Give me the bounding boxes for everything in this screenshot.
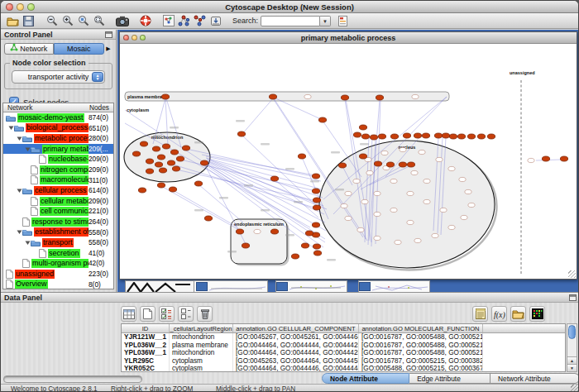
network-node-unselected	[419, 150, 425, 154]
import-attributes-icon[interactable]	[510, 306, 526, 322]
tree-row-node-count: 8(0)	[89, 280, 113, 290]
zoom-in-icon[interactable]	[60, 14, 74, 28]
create-attribute-icon[interactable]	[140, 306, 156, 322]
scroll-down-icon[interactable]: ▼	[567, 364, 577, 371]
tree-row-nucleobase-[interactable]: nucleobase-209(0)	[3, 154, 113, 165]
tab-network[interactable]: Network	[4, 43, 55, 55]
node-color-dropdown[interactable]: transporter activity ▲▼	[12, 70, 105, 84]
minimize-view-button[interactable]	[132, 35, 137, 41]
close-window-button[interactable]	[6, 3, 13, 11]
zoom-selected-icon[interactable]	[76, 14, 90, 28]
search-dropdown-arrow-icon[interactable]: ▼	[320, 16, 331, 26]
tree-expander-icon[interactable]	[16, 188, 22, 194]
float-panel-icon[interactable]	[569, 294, 577, 301]
scrollbar-thumb[interactable]	[568, 325, 576, 339]
delete-attribute-icon[interactable]	[197, 306, 213, 322]
tab-node-attribute-browser[interactable]: Node Attribute Browser	[322, 373, 409, 384]
network-node-highlighted	[312, 174, 319, 179]
network-node-unselected	[461, 215, 467, 219]
zoom-window-button[interactable]	[27, 3, 35, 11]
network-node-highlighted	[338, 163, 346, 168]
select-neighbors-icon[interactable]	[177, 14, 191, 28]
unselect-attributes-icon[interactable]	[178, 306, 194, 322]
help-ring-icon[interactable]	[138, 14, 152, 28]
network-window-titlebar[interactable]: primary metabolic process	[120, 32, 577, 44]
tree-expander-icon[interactable]	[7, 125, 14, 131]
tree-expander-icon[interactable]	[16, 229, 22, 235]
network-node-unselected	[528, 158, 534, 162]
tree-row-overview[interactable]: Overview8(0)	[3, 280, 113, 290]
zoom-out-icon[interactable]	[45, 14, 59, 28]
tree-row-secretion[interactable]: secretion41(0)	[3, 248, 113, 259]
column-header-id[interactable]: ID	[122, 324, 170, 332]
matrix-icon[interactable]	[529, 306, 545, 322]
column-header-molecular-function[interactable]: annotation.GO MOLECULAR_FUNCTION	[359, 324, 483, 332]
tree-row-cellular-metabol[interactable]: cellular metabol209(0)	[3, 196, 113, 207]
open-network-icon[interactable]	[6, 14, 20, 28]
network-node-unselected	[390, 208, 397, 212]
function-builder-icon[interactable]: f(x)	[491, 306, 507, 322]
tree-row-metabolic-process[interactable]: metabolic process280(0)	[3, 133, 113, 144]
tree-row-cellular-process[interactable]: cellular process614(0)	[3, 185, 113, 196]
tree-row-macromolecule[interactable]: macromolecule311(0)	[3, 175, 113, 186]
tree-column-nodes[interactable]: Nodes	[89, 103, 109, 112]
column-header-region[interactable]: _cellularLayoutRegion	[170, 324, 233, 332]
snapshot-icon[interactable]	[115, 14, 129, 28]
network-edge	[275, 179, 318, 218]
annotation-pad-icon[interactable]	[472, 306, 488, 322]
table-row-ykr052c[interactable]: YKR052Ccytoplasm[GO:0044464, GO:0044446,…	[122, 365, 565, 372]
tree-row-nitrogen-compo[interactable]: nitrogen compo209(0)	[3, 165, 113, 175]
tree-expander-icon[interactable]	[24, 146, 31, 152]
tree-row-node-count: 874(0)	[89, 112, 113, 123]
zoom-view-button[interactable]	[140, 35, 146, 41]
search-config-icon[interactable]	[336, 14, 350, 28]
tree-row-multi-organism-pro[interactable]: multi-organism pro42(0)	[3, 258, 113, 269]
tree-column-network[interactable]: Network	[3, 103, 32, 112]
save-session-icon[interactable]	[22, 14, 36, 28]
view-resize-grip[interactable]	[568, 270, 576, 278]
table-row-ypl036w__2[interactable]: YPL036W__2plasma membrane[GO:0044464, GO…	[122, 342, 565, 350]
scroll-up-icon[interactable]: ▲	[567, 356, 577, 364]
new-network-icon[interactable]	[161, 14, 175, 28]
tree-row-biological-process[interactable]: biological_process651(0)	[3, 123, 113, 134]
tree-expander-icon[interactable]	[24, 240, 31, 246]
node-label-blur	[194, 209, 203, 211]
close-view-button[interactable]	[123, 35, 129, 41]
background-window-strip[interactable]	[358, 280, 430, 292]
background-window-strip[interactable]	[275, 280, 347, 292]
tree-row-unassigned[interactable]: unassigned223(0)	[3, 269, 113, 280]
tab-edge-attribute-browser[interactable]: Edge Attribute Browser	[409, 373, 490, 384]
float-panel-icon[interactable]	[105, 31, 112, 38]
zoom-fit-icon[interactable]	[92, 14, 106, 28]
tree-expander-icon[interactable]	[16, 136, 22, 141]
column-header-cellular-component[interactable]: annotation.GO CELLULAR_COMPONENT	[233, 324, 359, 332]
tab-network-attribute-browser[interactable]: Network Attribute Browser	[490, 373, 579, 384]
attribute-table-icon[interactable]	[121, 306, 136, 322]
network-node-highlighted	[477, 134, 485, 139]
network-node-highlighted	[157, 155, 165, 160]
table-row-yjr121w__1[interactable]: YJR121W__1mitochondrion[GO:0045267, GO:0…	[122, 333, 565, 342]
tree-row-cell-communicat[interactable]: cell communicat221(0)	[3, 206, 113, 217]
tree-row-response-to-stimulu[interactable]: response to stimulu264(0)	[3, 217, 113, 227]
table-row-ylr295c[interactable]: YLR295Ccytoplasm[GO:0045263, GO:0044464,…	[122, 357, 565, 366]
tree-row-mosaic-demo-yeast[interactable]: mosaic-demo-yeast874(0)	[3, 112, 113, 123]
file-icon	[39, 249, 46, 258]
window-resize-grip[interactable]	[571, 385, 579, 392]
tab-mosaic[interactable]: Mosaic	[54, 43, 104, 55]
background-network-fragment[interactable]	[125, 280, 194, 292]
select-from-network-icon[interactable]	[193, 14, 207, 28]
tree-row-transport[interactable]: transport558(0)	[3, 237, 113, 248]
network-node-unselected	[423, 179, 430, 183]
minimize-window-button[interactable]	[17, 3, 24, 11]
tree-row-primary-metabo[interactable]: primary metabo209(...	[3, 144, 113, 155]
table-scrollbar[interactable]: ▲ ▼	[567, 323, 577, 372]
network-canvas[interactable]: plasma membranecytoplasmmitochondrionnuc…	[120, 44, 577, 279]
import-annotation-icon[interactable]	[208, 14, 223, 28]
background-window-strip[interactable]	[194, 280, 268, 292]
tree-row-establishment-of-lo[interactable]: establishment of lo558(0)	[3, 227, 113, 238]
table-row-ypl036w__1[interactable]: YPL036W__1mitochondrion[GO:0044464, GO:0…	[122, 349, 565, 357]
tab-overflow-arrow-icon[interactable]: ▶	[104, 45, 113, 52]
select-attributes-icon[interactable]	[159, 306, 175, 322]
search-input[interactable]	[261, 16, 320, 26]
network-node-highlighted	[318, 117, 326, 122]
